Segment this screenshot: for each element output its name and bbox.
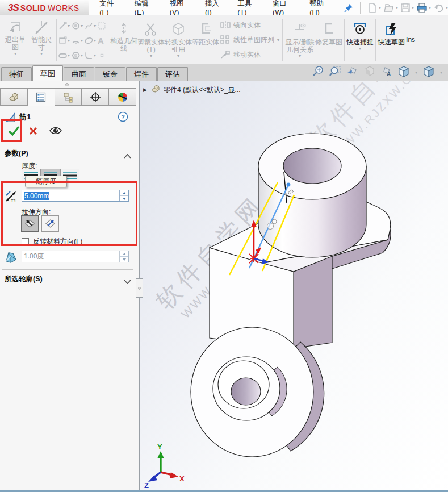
sketch-entities-group: ▾ ▾ ▾ ▾ ▾ ▾ A ▾ ▾ ▾: [58, 17, 106, 62]
view-orientation-dropdown[interactable]: ▾: [415, 70, 417, 75]
save-button[interactable]: ▾: [400, 3, 414, 13]
menu-file[interactable]: 文件(F): [99, 0, 120, 16]
mirror-entities-button[interactable]: 镜向实体: [220, 19, 279, 31]
normal-to-sketch-button[interactable]: [41, 215, 59, 232]
sketch-picture-button[interactable]: [98, 22, 106, 30]
tab-appearances[interactable]: [109, 88, 136, 106]
thickness-value-input[interactable]: 5.00mm: [22, 190, 129, 202]
tab-surfaces[interactable]: 曲面: [64, 67, 94, 81]
draft-angle-input[interactable]: 1.00度: [22, 251, 129, 262]
thickness-tooltip: 筋厚度: [25, 176, 67, 187]
collapse-chevron-icon[interactable]: [124, 151, 131, 161]
display-style-dropdown[interactable]: ▾: [440, 70, 442, 75]
fillet-tool-button[interactable]: ▾: [85, 51, 96, 60]
move-entities-button[interactable]: 移动实体: [220, 48, 279, 61]
undo-button[interactable]: ▾: [433, 3, 448, 13]
pin-menu-icon[interactable]: [344, 3, 353, 12]
tab-dimxpert[interactable]: [82, 88, 109, 106]
graphics-viewport[interactable]: ▶ 零件4 (默认<<默认>_显... 软件自学网 WWW.RJZXW.COM …: [140, 81, 448, 490]
polygon-tool-button[interactable]: ▾: [72, 51, 83, 60]
thickness-spinner[interactable]: [119, 190, 128, 201]
reference-triad: Y X Z: [144, 443, 185, 489]
arc-tool-button[interactable]: ▾: [72, 36, 83, 45]
expand-chevron-icon[interactable]: [124, 276, 131, 286]
model-3d[interactable]: Y X Z: [140, 81, 448, 489]
tab-sketch[interactable]: 草图: [32, 65, 63, 81]
ok-button[interactable]: [7, 125, 20, 139]
new-document-button[interactable]: ▾: [367, 3, 381, 13]
tab-configuration-manager[interactable]: [55, 88, 82, 106]
open-document-button[interactable]: ▾: [383, 3, 398, 13]
trim-entities-button[interactable]: 剪裁实体(T) ▾: [137, 17, 165, 62]
parameters-header[interactable]: 参数(P): [5, 149, 28, 159]
draft-icon: [3, 250, 18, 267]
slot-tool-button[interactable]: ▾: [58, 51, 70, 60]
quick-snaps-dropdown[interactable]: ▾: [359, 46, 361, 51]
tab-features[interactable]: 特征: [1, 67, 32, 81]
exit-sketch-button[interactable]: 退出草图 ▾: [2, 17, 28, 62]
line-tool-button[interactable]: ▾: [58, 22, 70, 30]
divider: [2, 144, 133, 144]
tab-weldments[interactable]: 焊件: [126, 67, 157, 81]
quick-access-toolbar: ▾ ▾ ▾ ▾ ▾: [367, 3, 448, 13]
zoom-fit-icon[interactable]: [312, 65, 324, 80]
toolbar-divider: [344, 19, 345, 61]
linear-sketch-pattern-button[interactable]: 线性草图阵列▾: [220, 34, 279, 46]
convert-entities-button[interactable]: 转换实体引用 ▾: [165, 17, 192, 62]
tab-property-manager[interactable]: [28, 88, 55, 106]
flip-material-checkbox[interactable]: [22, 238, 29, 245]
menu-help[interactable]: 帮助(H): [309, 0, 332, 16]
menu-view[interactable]: 视图(V): [170, 0, 191, 16]
toolbar-divider: [282, 19, 283, 61]
document-title[interactable]: 零件4 (默认<<默认>_显...: [164, 85, 241, 95]
panel-resize-grip[interactable]: [65, 83, 69, 86]
zoom-area-icon[interactable]: [329, 65, 341, 80]
trim-entities-dropdown[interactable]: ▾: [150, 53, 152, 59]
exit-sketch-dropdown[interactable]: ▾: [14, 51, 16, 56]
parallel-to-sketch-button[interactable]: [21, 215, 39, 232]
rapid-sketch-button[interactable]: 快速草图: [378, 17, 405, 62]
viewport-tree-header: ▶ 零件4 (默认<<默认>_显...: [143, 84, 241, 95]
circle-tool-button[interactable]: ▾: [72, 22, 83, 30]
relations-dropdown[interactable]: ▾: [299, 53, 301, 59]
view-orientation-icon[interactable]: [397, 65, 410, 80]
ellipse-tool-button[interactable]: ▾: [85, 36, 96, 45]
smart-dimension-dropdown[interactable]: ▾: [40, 51, 43, 56]
spline-tool-button[interactable]: ▾: [85, 22, 96, 30]
view-settings-icon[interactable]: A: [380, 65, 392, 80]
quick-snaps-button[interactable]: 快速捕捉 ▾: [346, 17, 374, 62]
point-tool-button[interactable]: [98, 51, 106, 60]
model-cylinder: [258, 134, 366, 257]
menu-window[interactable]: 窗口(W): [273, 0, 296, 16]
menu-tools[interactable]: 工具(T): [238, 0, 259, 16]
menu-bar: 文件(F) 编辑(E) 视图(V) 插入(I) 工具(T) 窗口(W) 帮助(H…: [99, 0, 332, 16]
repair-sketch-button[interactable]: 修复草图: [315, 17, 342, 62]
display-delete-relations-button[interactable]: 显示/删除几何关系 ▾: [284, 17, 315, 62]
previous-view-icon[interactable]: [346, 65, 358, 80]
convert-entities-dropdown[interactable]: ▾: [177, 53, 179, 59]
draft-spinner[interactable]: [119, 251, 128, 262]
svg-text:T1: T1: [11, 198, 16, 203]
flyout-arrow-icon[interactable]: ▶: [143, 87, 147, 93]
offset-entities-button[interactable]: 等距实体: [192, 17, 219, 62]
feature-name: 筋1: [19, 112, 31, 122]
selected-contours-header[interactable]: 所选轮廓(S): [5, 274, 43, 284]
rectangle-tool-button[interactable]: ▾: [58, 36, 70, 45]
preview-eye-button[interactable]: [49, 126, 62, 138]
titlebar-separator: [360, 2, 361, 14]
smart-dimension-button[interactable]: 智能尺寸 ▾: [28, 17, 55, 62]
cancel-button[interactable]: [28, 126, 38, 138]
menu-insert[interactable]: 插入(I): [205, 0, 224, 16]
help-icon[interactable]: ?: [118, 111, 128, 124]
menu-edit[interactable]: 编辑(E): [135, 0, 156, 16]
text-tool-button[interactable]: A: [98, 36, 106, 45]
convert-entities-icon: [171, 22, 186, 39]
tab-sheet-metal[interactable]: 钣金: [95, 67, 125, 81]
tab-evaluate[interactable]: 评估: [157, 67, 188, 81]
tab-feature-manager-tree[interactable]: [0, 88, 28, 106]
print-button[interactable]: ▾: [416, 3, 431, 13]
sketch-toolbar: 退出草图 ▾ 智能尺寸 ▾ ▾ ▾ ▾ ▾ ▾ ▾ A ▾ ▾ ▾ 构造几何线: [0, 15, 448, 64]
triad-x-label: X: [179, 474, 185, 483]
construction-geometry-button[interactable]: 构造几何线: [110, 17, 137, 62]
display-style-icon[interactable]: [422, 65, 435, 80]
